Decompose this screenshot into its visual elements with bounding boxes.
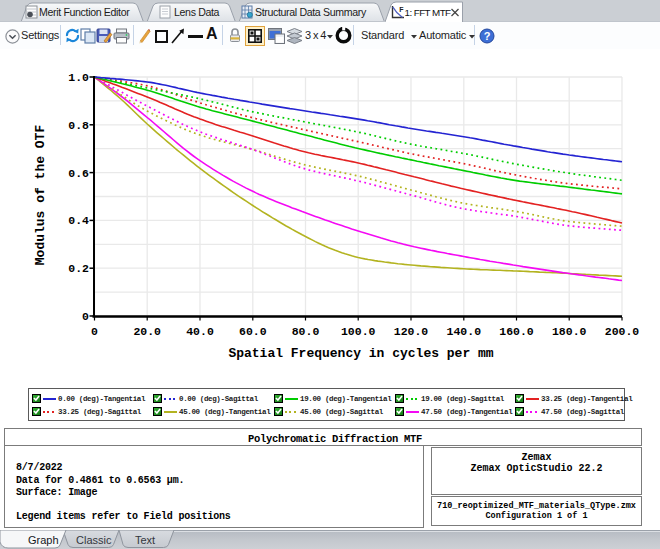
svg-text:180.0: 180.0 (552, 325, 587, 338)
svg-text:Merit Function Editor: Merit Function Editor (39, 6, 130, 18)
svg-text:0: 0 (82, 310, 89, 323)
svg-text:80.0: 80.0 (292, 325, 320, 338)
svg-text:0.4: 0.4 (68, 214, 89, 227)
svg-text:Lens Data: Lens Data (174, 6, 220, 18)
svg-text:0: 0 (91, 325, 98, 338)
svg-text:Graph: Graph (28, 534, 59, 546)
svg-text:0.8: 0.8 (68, 119, 89, 132)
svg-text:1.0: 1.0 (68, 71, 89, 84)
svg-text:60.0: 60.0 (239, 325, 267, 338)
svg-text:?: ? (484, 30, 491, 42)
svg-text:40.0: 40.0 (186, 325, 214, 338)
svg-text:Structural Data Summary: Structural Data Summary (255, 6, 367, 18)
svg-text:120.0: 120.0 (394, 325, 429, 338)
svg-text:Classic: Classic (76, 534, 112, 546)
svg-text:Modulus of the OTF: Modulus of the OTF (33, 125, 48, 266)
svg-text:100.0: 100.0 (341, 325, 376, 338)
svg-text:200.0: 200.0 (605, 325, 640, 338)
svg-text:Spatial Frequency in cycles pe: Spatial Frequency in cycles per mm (228, 346, 493, 361)
svg-text:Text: Text (135, 534, 155, 546)
svg-text:0.6: 0.6 (68, 167, 89, 180)
svg-text:20.0: 20.0 (133, 325, 161, 338)
svg-text:0.2: 0.2 (68, 262, 89, 275)
svg-text:160.0: 160.0 (499, 325, 534, 338)
svg-text:140.0: 140.0 (447, 325, 482, 338)
svg-text:1: FFT MTF: 1: FFT MTF (405, 7, 452, 18)
svg-text:F: F (399, 6, 404, 13)
